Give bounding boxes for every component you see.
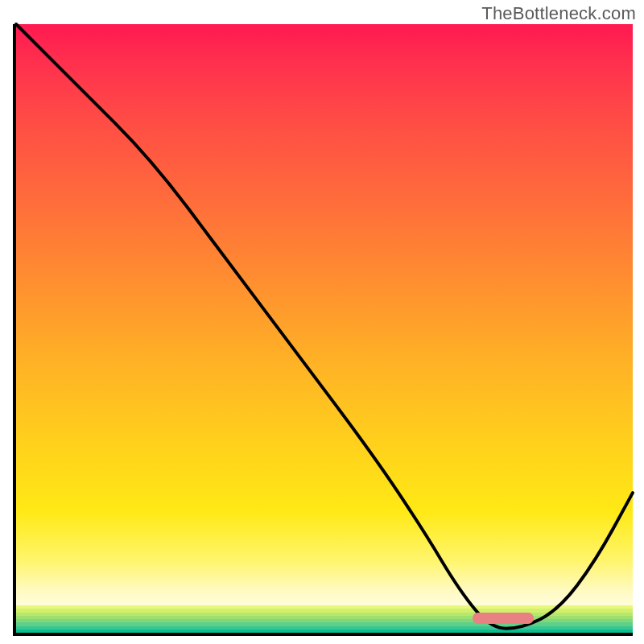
curve-path: [16, 24, 633, 629]
watermark-text: TheBottleneck.com: [481, 3, 636, 24]
bottleneck-curve: [16, 24, 633, 641]
chart-container: TheBottleneck.com: [0, 0, 644, 644]
optimal-range-marker: [473, 613, 535, 624]
plot-area: [13, 24, 633, 636]
